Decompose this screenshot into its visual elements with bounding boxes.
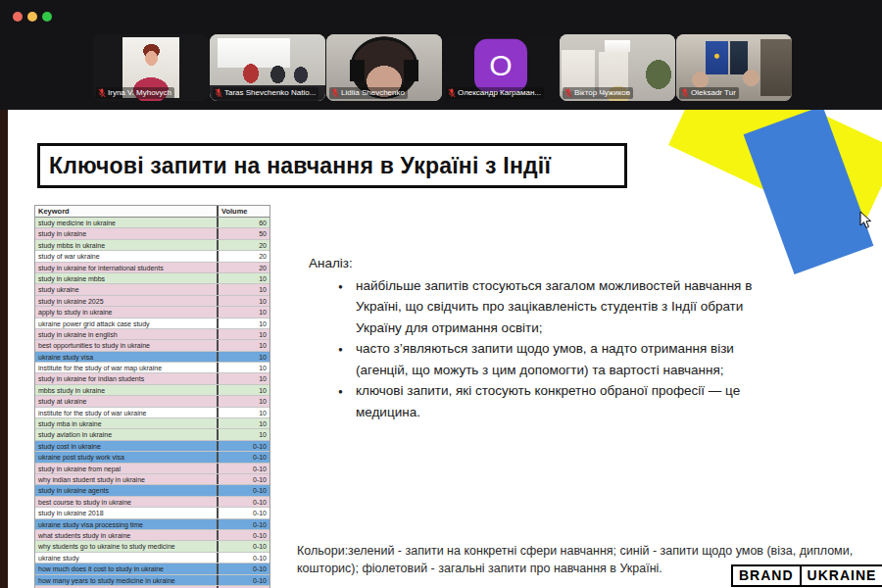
table-header-row: Keyword Volume [35, 206, 270, 218]
avatar: O [474, 39, 527, 92]
keyword-cell: study ukraine [35, 284, 217, 294]
table-row: why indian student study in ukraine0-10 [35, 474, 270, 485]
table-row: study in ukraine mbbs10 [35, 273, 270, 284]
keyword-table: Keyword Volume study medicine in ukraine… [34, 205, 270, 588]
participant-name: Oleksadr Tur [691, 88, 736, 98]
table-row: study cost in ukraine0-10 [35, 441, 270, 452]
table-row: what students study in ukraine0-10 [35, 530, 270, 541]
mouse-cursor [859, 211, 872, 229]
keyword-cell: why students go to ukraine to study medi… [35, 541, 217, 551]
volume-cell: 0-10 [217, 575, 270, 585]
muted-mic-icon [215, 88, 222, 98]
keyword-column-header: Keyword [35, 206, 217, 217]
participant-tile[interactable]: Taras Shevchenko Natio... [210, 34, 325, 101]
participant-name: Iryna V. Myhovych [108, 88, 172, 98]
table-row: how much does it cost to study in ukrain… [35, 564, 270, 574]
muted-mic-icon [448, 88, 456, 98]
volume-cell: 0-10 [217, 564, 270, 573]
volume-cell: 0-10 [217, 497, 270, 507]
shared-slide: Ключові запити на навчання в Україні з І… [8, 110, 882, 588]
shared-screen-edge [0, 110, 8, 588]
volume-cell: 10 [217, 329, 270, 339]
volume-cell: 10 [217, 373, 270, 383]
keyword-cell: ukraine study visa processing time [35, 519, 217, 529]
volume-cell: 0-10 [217, 553, 270, 563]
volume-cell: 0-10 [217, 474, 270, 484]
analysis-heading: Аналіз: [309, 253, 777, 274]
muted-mic-icon [681, 88, 689, 98]
volume-cell: 10 [217, 318, 270, 328]
volume-cell: 10 [217, 385, 270, 395]
table-row: study at ukraine10 [35, 396, 270, 407]
keyword-cell: ukraine study [35, 553, 217, 563]
volume-cell: 10 [217, 408, 270, 417]
keyword-cell: study medicine in ukraine [35, 218, 217, 227]
table-row: institute for the study of war map ukrai… [35, 363, 270, 373]
keyword-cell: ukraine study visa [35, 352, 217, 362]
window-controls [13, 12, 52, 22]
minimize-window-button[interactable] [27, 12, 37, 22]
maximize-window-button[interactable] [42, 12, 52, 22]
participant-nameplate: Iryna V. Myhovych [96, 87, 174, 99]
participant-nameplate: Lidiia Shevchenko [329, 87, 408, 99]
table-row: best opportunities to study in ukraine10 [35, 340, 270, 351]
close-window-button[interactable] [13, 12, 23, 22]
participant-tile[interactable]: Lidiia Shevchenko [326, 34, 442, 101]
keyword-cell: study of war ukraine [35, 251, 217, 261]
volume-cell: 0-10 [217, 452, 270, 462]
keyword-cell: institute for the study of war ukraine [35, 408, 217, 417]
table-row: study in ukraine for international stude… [35, 263, 270, 273]
table-row: study in ukraine 20180-10 [35, 508, 270, 518]
table-row: mbbs study in ukraine10 [35, 385, 270, 396]
table-row: study mba in ukraine10 [35, 418, 270, 429]
volume-cell: 0-10 [217, 530, 270, 540]
keyword-cell: best opportunities to study in ukraine [35, 340, 217, 350]
participant-name: Олександр Каграман... [458, 88, 541, 98]
volume-cell: 10 [217, 340, 270, 350]
participant-nameplate: Олександр Каграман... [446, 87, 544, 99]
volume-cell: 10 [217, 352, 270, 362]
participant-tile[interactable]: OОлександр Каграман... [443, 34, 559, 101]
keyword-cell: study in ukraine [35, 228, 217, 238]
table-row: study in ukraine for indian students10 [35, 373, 270, 384]
participant-name: Taras Shevchenko Natio... [224, 88, 316, 98]
volume-cell: 10 [217, 284, 270, 294]
volume-cell: 60 [217, 218, 270, 227]
table-row: study aviation in ukraine10 [35, 429, 270, 440]
volume-cell: 10 [217, 307, 270, 317]
keyword-cell: study in ukraine 2018 [35, 508, 217, 517]
participant-tile[interactable]: Віктор Чужиков [560, 34, 675, 101]
volume-cell: 0-10 [217, 485, 270, 495]
table-row: study ukraine10 [35, 284, 270, 295]
participant-tile[interactable]: Iryna V. Myhovych [93, 34, 209, 101]
keyword-cell: study in ukraine for indian students [35, 373, 217, 383]
keyword-cell: mbbs study in ukraine [35, 385, 217, 395]
keyword-cell: study mba in ukraine [35, 418, 217, 428]
volume-cell: 0-10 [217, 519, 270, 529]
table-row: study mbbs in ukraine20 [35, 240, 270, 251]
table-row: study medicine in ukraine60 [35, 218, 270, 228]
slide-title-box: Ключові запити на навчання в Україні з І… [37, 143, 627, 188]
volume-cell: 20 [217, 240, 270, 250]
volume-cell: 10 [217, 363, 270, 372]
volume-cell: 0-10 [217, 441, 270, 451]
muted-mic-icon [564, 88, 572, 98]
slide-title: Ключові запити на навчання в Україні з І… [40, 153, 551, 179]
keyword-cell: best course to study in ukraine [35, 497, 217, 507]
volume-cell: 0-10 [217, 541, 270, 551]
keyword-cell: how much does it cost to study in ukrain… [35, 564, 217, 573]
volume-cell: 10 [217, 396, 270, 406]
analysis-bullet: ключові запити, які стосують конкретно о… [309, 380, 777, 422]
table-row: ukraine study visa processing time0-10 [35, 519, 270, 530]
table-body: study medicine in ukraine60study in ukra… [35, 218, 270, 588]
participant-tile[interactable]: Oleksadr Tur [676, 34, 792, 101]
muted-mic-icon [98, 88, 106, 98]
participant-name: Віктор Чужиков [574, 88, 630, 98]
volume-cell: 20 [217, 263, 270, 272]
table-row: study in ukraine from nepal0-10 [35, 464, 270, 474]
table-row: study in ukraine in english10 [35, 329, 270, 340]
table-row: best course to study in ukraine0-10 [35, 497, 270, 508]
participant-name: Lidiia Shevchenko [341, 88, 405, 98]
keyword-cell: study in ukraine in english [35, 329, 217, 339]
muted-mic-icon [331, 88, 339, 98]
